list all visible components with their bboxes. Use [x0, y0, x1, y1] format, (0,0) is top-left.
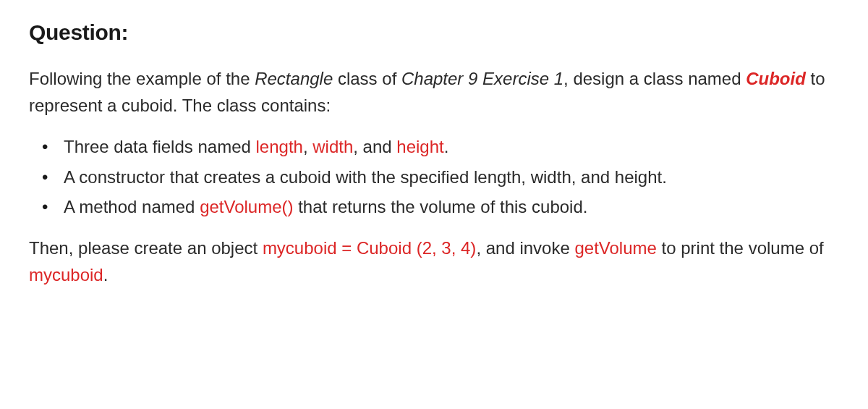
- text-segment: ,: [303, 137, 312, 156]
- rectangle-term: Rectangle: [255, 69, 333, 88]
- getvolume-term: getVolume: [574, 238, 656, 258]
- list-item: A constructor that creates a cuboid with…: [42, 164, 839, 190]
- height-term: height: [396, 137, 443, 156]
- intro-paragraph: Following the example of the Rectangle c…: [29, 65, 839, 119]
- text-segment: that returns the volume of this cuboid.: [294, 197, 588, 216]
- length-term: length: [256, 137, 303, 156]
- text-segment: .: [103, 265, 109, 284]
- list-item: A method named getVolume() that returns …: [42, 193, 839, 220]
- outro-paragraph: Then, please create an object mycuboid =…: [29, 235, 839, 288]
- text-segment: , and invoke: [476, 238, 574, 258]
- requirements-list: Three data fields named length, width, a…: [29, 133, 839, 220]
- text-segment: Three data fields named: [64, 137, 256, 156]
- text-segment: A constructor that creates a cuboid with…: [64, 167, 667, 187]
- text-segment: A method named: [64, 197, 200, 216]
- text-segment: .: [444, 137, 449, 156]
- text-segment: Then, please create an object: [29, 238, 263, 258]
- cuboid-term: Cuboid: [746, 69, 806, 88]
- chapter-term: Chapter 9 Exercise 1: [401, 69, 563, 88]
- text-segment: , and: [353, 137, 396, 156]
- text-segment: Following the example of the: [29, 69, 255, 88]
- width-term: width: [312, 137, 353, 156]
- mycuboid-term: mycuboid: [29, 265, 103, 284]
- text-segment: to print the volume of: [657, 238, 824, 258]
- question-heading: Question:: [29, 20, 839, 45]
- text-segment: , design a class named: [563, 69, 746, 88]
- mycuboid-assign-term: mycuboid = Cuboid (2, 3, 4): [263, 238, 477, 258]
- text-segment: class of: [333, 69, 401, 88]
- getvolume-term: getVolume(): [200, 197, 293, 216]
- list-item: Three data fields named length, width, a…: [42, 133, 839, 160]
